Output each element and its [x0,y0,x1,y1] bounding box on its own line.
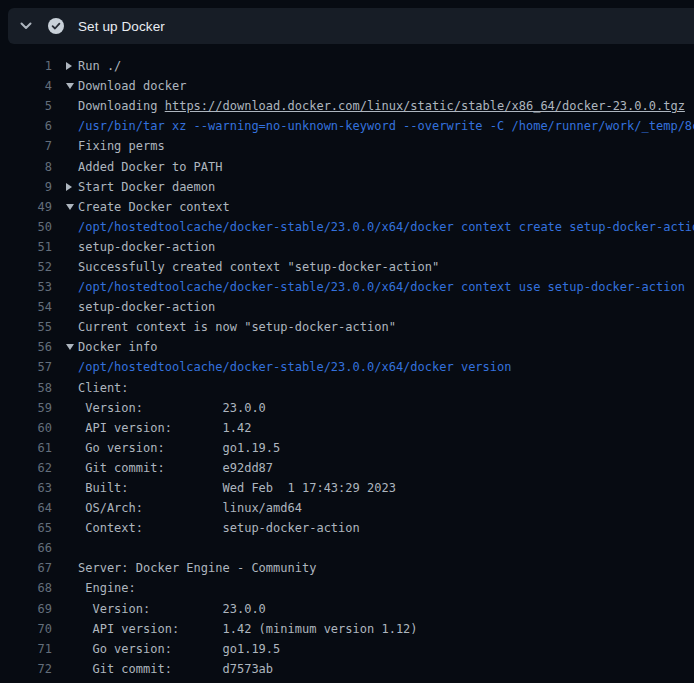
log-line: 7Fixing perms [0,136,694,156]
group-title: Run ./ [78,59,121,73]
line-number[interactable]: 8 [0,160,52,174]
line-number[interactable]: 61 [0,441,52,455]
line-number[interactable]: 71 [0,642,52,656]
line-number[interactable]: 5 [0,99,52,113]
log-line: 58Client: [0,378,694,398]
caret-down-icon [52,344,78,350]
caret-glyph [66,183,72,191]
log-text: Downloading https://download.docker.com/… [78,99,685,113]
log-group-row[interactable]: 49Create Docker context [0,197,694,217]
line-number[interactable]: 58 [0,381,52,395]
line-number[interactable]: 52 [0,260,52,274]
line-number[interactable]: 69 [0,602,52,616]
log-text: API version: 1.42 [78,421,251,435]
log-text: setup-docker-action [78,300,215,314]
log-line: 8Added Docker to PATH [0,156,694,176]
line-number[interactable]: 65 [0,521,52,535]
chevron-down-icon[interactable] [18,18,34,34]
log-group-row[interactable]: 56Docker info [0,337,694,357]
log-text: Go version: go1.19.5 [78,441,280,455]
line-number[interactable]: 63 [0,481,52,495]
log-console: 1Run ./4Download docker5Downloading http… [0,44,694,683]
log-link[interactable]: https://download.docker.com/linux/static… [165,99,685,113]
log-text: API version: 1.42 (minimum version 1.12) [78,622,418,636]
log-line: 70 API version: 1.42 (minimum version 1.… [0,619,694,639]
group-title: Download docker [78,79,186,93]
caret-glyph [66,62,72,70]
caret-right-icon [52,62,78,70]
log-line: 66 [0,538,694,558]
log-line: 55Current context is now "setup-docker-a… [0,317,694,337]
line-number[interactable]: 68 [0,581,52,595]
line-number[interactable]: 4 [0,79,52,93]
line-number[interactable]: 54 [0,300,52,314]
log-line: 57/opt/hostedtoolcache/docker-stable/23.… [0,357,694,377]
log-line: 69 Version: 23.0.0 [0,599,694,619]
line-number[interactable]: 67 [0,561,52,575]
log-text: Fixing perms [78,139,165,153]
line-number[interactable]: 66 [0,541,52,555]
log-line: 5Downloading https://download.docker.com… [0,96,694,116]
line-number[interactable]: 49 [0,200,52,214]
line-number[interactable]: 50 [0,220,52,234]
caret-down-icon [52,204,78,210]
log-line: 50/opt/hostedtoolcache/docker-stable/23.… [0,217,694,237]
log-group-row[interactable]: 9Start Docker daemon [0,177,694,197]
line-number[interactable]: 51 [0,240,52,254]
line-number[interactable]: 59 [0,401,52,415]
log-text: Added Docker to PATH [78,160,223,174]
caret-glyph [66,344,74,350]
line-number[interactable]: 7 [0,139,52,153]
check-circle-icon [48,18,64,34]
line-number[interactable]: 57 [0,360,52,374]
log-group-row[interactable]: 1Run ./ [0,56,694,76]
log-line: 59 Version: 23.0.0 [0,398,694,418]
caret-down-icon [52,83,78,89]
log-text: Server: Docker Engine - Community [78,561,316,575]
line-number[interactable]: 6 [0,119,52,133]
log-line: 64 OS/Arch: linux/amd64 [0,498,694,518]
step-header[interactable]: Set up Docker [8,8,694,44]
log-text: Context: setup-docker-action [78,521,360,535]
log-line: 53/opt/hostedtoolcache/docker-stable/23.… [0,277,694,297]
caret-right-icon [52,183,78,191]
log-text-segment: Downloading [78,99,165,113]
command-text: /opt/hostedtoolcache/docker-stable/23.0.… [78,280,685,294]
log-text: Go version: go1.19.5 [78,642,280,656]
log-text: Client: [78,381,129,395]
line-number[interactable]: 1 [0,59,52,73]
line-number[interactable]: 70 [0,622,52,636]
command-text: /usr/bin/tar xz --warning=no-unknown-key… [78,119,694,133]
chevron-down-glyph [20,22,32,30]
log-line: 54setup-docker-action [0,297,694,317]
log-line: 63 Built: Wed Feb 1 17:43:29 2023 [0,478,694,498]
line-number[interactable]: 9 [0,180,52,194]
log-text: Engine: [78,581,136,595]
log-text: setup-docker-action [78,240,215,254]
log-group-row[interactable]: 4Download docker [0,76,694,96]
log-line: 62 Git commit: e92dd87 [0,458,694,478]
log-line: 72 Git commit: d7573ab [0,659,694,679]
log-line: 67Server: Docker Engine - Community [0,558,694,578]
log-line: 61 Go version: go1.19.5 [0,438,694,458]
log-text: Git commit: e92dd87 [78,461,273,475]
log-text: Version: 23.0.0 [78,401,266,415]
line-number[interactable]: 62 [0,461,52,475]
line-number[interactable]: 56 [0,340,52,354]
log-text: OS/Arch: linux/amd64 [78,501,302,515]
line-number[interactable]: 60 [0,421,52,435]
caret-glyph [66,83,74,89]
line-number[interactable]: 53 [0,280,52,294]
log-line: 65 Context: setup-docker-action [0,518,694,538]
line-number[interactable]: 72 [0,662,52,676]
line-number[interactable]: 55 [0,320,52,334]
log-text: Built: Wed Feb 1 17:43:29 2023 [78,481,396,495]
group-title: Start Docker daemon [78,180,215,194]
log-line: 51setup-docker-action [0,237,694,257]
log-line: 68 Engine: [0,578,694,598]
log-line: 52Successfully created context "setup-do… [0,257,694,277]
command-text: /opt/hostedtoolcache/docker-stable/23.0.… [78,360,511,374]
step-title: Set up Docker [78,19,165,34]
line-number[interactable]: 64 [0,501,52,515]
log-text: Version: 23.0.0 [78,602,266,616]
